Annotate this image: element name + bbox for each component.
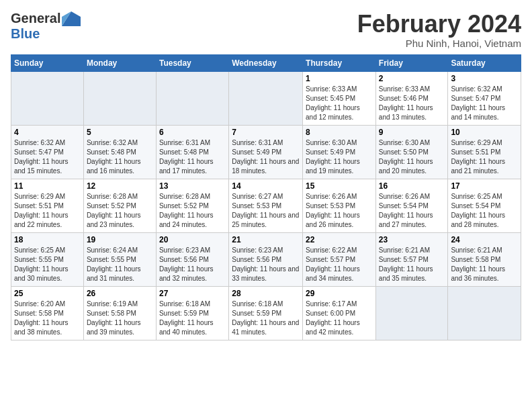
day-number: 5 xyxy=(87,128,153,137)
calendar-cell: 12Sunrise: 6:28 AMSunset: 5:52 PMDayligh… xyxy=(83,179,156,232)
day-number: 24 xyxy=(451,235,518,244)
day-info: Sunrise: 6:22 AMSunset: 5:57 PMDaylight:… xyxy=(306,246,373,283)
calendar-cell: 13Sunrise: 6:28 AMSunset: 5:52 PMDayligh… xyxy=(156,179,228,232)
calendar-table: SundayMondayTuesdayWednesdayThursdayFrid… xyxy=(11,54,521,340)
day-number: 3 xyxy=(451,74,518,83)
calendar-cell: 15Sunrise: 6:26 AMSunset: 5:53 PMDayligh… xyxy=(303,179,376,232)
day-info: Sunrise: 6:33 AMSunset: 5:45 PMDaylight:… xyxy=(306,85,373,122)
day-number: 4 xyxy=(14,128,81,137)
day-number: 18 xyxy=(14,235,81,244)
day-info: Sunrise: 6:33 AMSunset: 5:46 PMDaylight:… xyxy=(379,85,445,122)
logo-icon xyxy=(62,11,81,26)
logo-blue-text: Blue xyxy=(11,26,40,42)
day-number: 23 xyxy=(379,235,445,244)
header-monday: Monday xyxy=(83,54,156,71)
day-number: 26 xyxy=(87,289,153,298)
calendar-cell: 5Sunrise: 6:32 AMSunset: 5:48 PMDaylight… xyxy=(83,125,156,179)
calendar-cell: 28Sunrise: 6:18 AMSunset: 5:59 PMDayligh… xyxy=(229,286,303,340)
calendar-cell: 17Sunrise: 6:25 AMSunset: 5:54 PMDayligh… xyxy=(448,179,521,232)
header-sunday: Sunday xyxy=(11,54,84,71)
calendar-cell: 29Sunrise: 6:17 AMSunset: 6:00 PMDayligh… xyxy=(303,286,376,340)
day-number: 14 xyxy=(232,181,300,191)
day-info: Sunrise: 6:20 AMSunset: 5:58 PMDaylight:… xyxy=(14,300,81,337)
day-info: Sunrise: 6:25 AMSunset: 5:54 PMDaylight:… xyxy=(451,192,518,230)
calendar-cell: 20Sunrise: 6:23 AMSunset: 5:56 PMDayligh… xyxy=(156,232,228,286)
logo-general-text: General xyxy=(11,11,60,26)
day-number: 15 xyxy=(306,181,373,191)
calendar-cell: 24Sunrise: 6:21 AMSunset: 5:58 PMDayligh… xyxy=(448,232,521,286)
page-header: General Blue February 2024 Phu Ninh, Han… xyxy=(11,11,521,49)
day-info: Sunrise: 6:18 AMSunset: 5:59 PMDaylight:… xyxy=(159,300,226,337)
calendar-cell xyxy=(11,71,84,125)
day-info: Sunrise: 6:21 AMSunset: 5:57 PMDaylight:… xyxy=(379,246,445,283)
day-info: Sunrise: 6:23 AMSunset: 5:56 PMDaylight:… xyxy=(159,246,226,283)
day-info: Sunrise: 6:31 AMSunset: 5:49 PMDaylight:… xyxy=(232,138,300,176)
calendar-cell: 10Sunrise: 6:29 AMSunset: 5:51 PMDayligh… xyxy=(448,125,521,179)
day-number: 25 xyxy=(14,289,81,298)
day-info: Sunrise: 6:27 AMSunset: 5:53 PMDaylight:… xyxy=(232,192,300,230)
month-title: February 2024 xyxy=(357,11,521,38)
day-info: Sunrise: 6:30 AMSunset: 5:50 PMDaylight:… xyxy=(379,138,445,176)
header-wednesday: Wednesday xyxy=(229,54,303,71)
day-info: Sunrise: 6:30 AMSunset: 5:49 PMDaylight:… xyxy=(306,138,373,176)
calendar-cell: 8Sunrise: 6:30 AMSunset: 5:49 PMDaylight… xyxy=(303,125,376,179)
day-info: Sunrise: 6:24 AMSunset: 5:55 PMDaylight:… xyxy=(87,246,153,283)
day-number: 19 xyxy=(87,235,153,244)
header-friday: Friday xyxy=(375,54,448,71)
location-title: Phu Ninh, Hanoi, Vietnam xyxy=(357,38,521,49)
calendar-cell: 9Sunrise: 6:30 AMSunset: 5:50 PMDaylight… xyxy=(375,125,448,179)
calendar-cell: 18Sunrise: 6:25 AMSunset: 5:55 PMDayligh… xyxy=(11,232,84,286)
calendar-cell: 27Sunrise: 6:18 AMSunset: 5:59 PMDayligh… xyxy=(156,286,228,340)
calendar-cell: 16Sunrise: 6:26 AMSunset: 5:54 PMDayligh… xyxy=(375,179,448,232)
day-number: 13 xyxy=(159,181,226,191)
day-number: 29 xyxy=(306,289,373,298)
header-saturday: Saturday xyxy=(448,54,521,71)
calendar-cell: 11Sunrise: 6:29 AMSunset: 5:51 PMDayligh… xyxy=(11,179,84,232)
day-number: 20 xyxy=(159,235,226,244)
calendar-cell: 26Sunrise: 6:19 AMSunset: 5:58 PMDayligh… xyxy=(83,286,156,340)
calendar-cell xyxy=(156,71,228,125)
day-info: Sunrise: 6:32 AMSunset: 5:47 PMDaylight:… xyxy=(451,85,518,122)
calendar-cell: 22Sunrise: 6:22 AMSunset: 5:57 PMDayligh… xyxy=(303,232,376,286)
calendar-cell: 2Sunrise: 6:33 AMSunset: 5:46 PMDaylight… xyxy=(375,71,448,125)
day-number: 16 xyxy=(379,181,445,191)
calendar-cell: 14Sunrise: 6:27 AMSunset: 5:53 PMDayligh… xyxy=(229,179,303,232)
day-info: Sunrise: 6:19 AMSunset: 5:58 PMDaylight:… xyxy=(87,300,153,337)
calendar-cell: 7Sunrise: 6:31 AMSunset: 5:49 PMDaylight… xyxy=(229,125,303,179)
day-info: Sunrise: 6:32 AMSunset: 5:47 PMDaylight:… xyxy=(14,138,81,176)
day-info: Sunrise: 6:23 AMSunset: 5:56 PMDaylight:… xyxy=(232,246,300,283)
day-info: Sunrise: 6:28 AMSunset: 5:52 PMDaylight:… xyxy=(87,192,153,230)
calendar-cell: 19Sunrise: 6:24 AMSunset: 5:55 PMDayligh… xyxy=(83,232,156,286)
day-info: Sunrise: 6:25 AMSunset: 5:55 PMDaylight:… xyxy=(14,246,81,283)
calendar-cell xyxy=(83,71,156,125)
header-tuesday: Tuesday xyxy=(156,54,228,71)
calendar-cell: 1Sunrise: 6:33 AMSunset: 5:45 PMDaylight… xyxy=(303,71,376,125)
day-info: Sunrise: 6:21 AMSunset: 5:58 PMDaylight:… xyxy=(451,246,518,283)
header-thursday: Thursday xyxy=(303,54,376,71)
day-number: 6 xyxy=(159,128,226,137)
day-number: 17 xyxy=(451,181,518,191)
calendar-cell xyxy=(229,71,303,125)
calendar-cell xyxy=(448,286,521,340)
day-number: 27 xyxy=(159,289,226,298)
day-number: 8 xyxy=(306,128,373,137)
day-number: 10 xyxy=(451,128,518,137)
day-number: 11 xyxy=(14,181,81,191)
calendar-cell: 3Sunrise: 6:32 AMSunset: 5:47 PMDaylight… xyxy=(448,71,521,125)
day-info: Sunrise: 6:26 AMSunset: 5:53 PMDaylight:… xyxy=(306,192,373,230)
week-row-2: 11Sunrise: 6:29 AMSunset: 5:51 PMDayligh… xyxy=(11,179,521,232)
calendar-cell: 21Sunrise: 6:23 AMSunset: 5:56 PMDayligh… xyxy=(229,232,303,286)
week-row-1: 4Sunrise: 6:32 AMSunset: 5:47 PMDaylight… xyxy=(11,125,521,179)
header-row: SundayMondayTuesdayWednesdayThursdayFrid… xyxy=(11,54,521,71)
day-number: 28 xyxy=(232,289,300,298)
day-info: Sunrise: 6:26 AMSunset: 5:54 PMDaylight:… xyxy=(379,192,445,230)
logo: General Blue xyxy=(11,11,81,42)
week-row-4: 25Sunrise: 6:20 AMSunset: 5:58 PMDayligh… xyxy=(11,286,521,340)
day-info: Sunrise: 6:29 AMSunset: 5:51 PMDaylight:… xyxy=(451,138,518,176)
day-number: 22 xyxy=(306,235,373,244)
calendar-cell: 23Sunrise: 6:21 AMSunset: 5:57 PMDayligh… xyxy=(375,232,448,286)
week-row-0: 1Sunrise: 6:33 AMSunset: 5:45 PMDaylight… xyxy=(11,71,521,125)
day-number: 7 xyxy=(232,128,300,137)
calendar-cell: 4Sunrise: 6:32 AMSunset: 5:47 PMDaylight… xyxy=(11,125,84,179)
day-info: Sunrise: 6:29 AMSunset: 5:51 PMDaylight:… xyxy=(14,192,81,230)
